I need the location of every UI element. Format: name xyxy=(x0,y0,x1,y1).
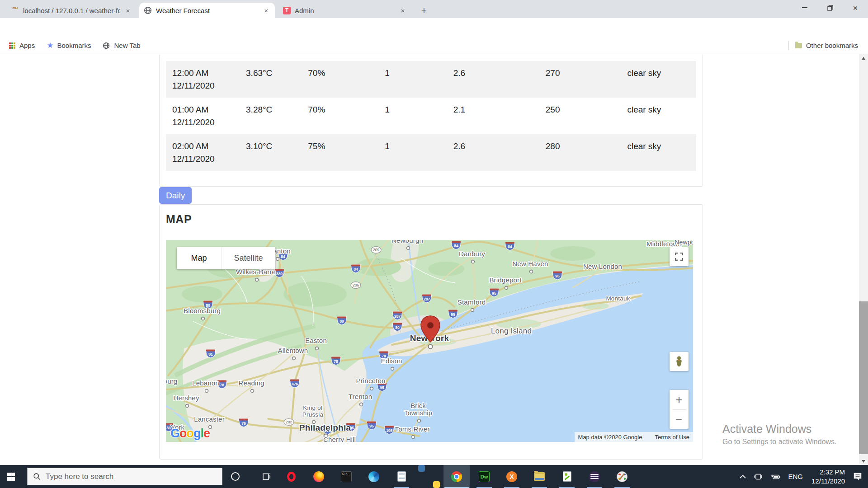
svg-text:287: 287 xyxy=(424,297,430,301)
tray-connect-icon[interactable] xyxy=(754,474,762,480)
svg-text:95: 95 xyxy=(451,312,455,317)
map-label-edison: Edison xyxy=(381,357,402,365)
folder-icon xyxy=(795,43,802,48)
eclipse-icon xyxy=(589,471,600,482)
taskbar-xampp[interactable]: X xyxy=(501,465,523,488)
table-row[interactable]: 02:00 AM12/11/2020 3.10°C 75% 1 2.6 280 … xyxy=(166,134,696,171)
taskbar-notepad[interactable] xyxy=(391,465,412,488)
map-label-newport: Newport xyxy=(675,240,693,246)
zoom-in-button[interactable]: + xyxy=(670,390,689,409)
svg-text:76: 76 xyxy=(241,421,246,426)
tray-date: 12/11/2020 xyxy=(811,477,845,486)
map-canvas: 8184380209848484206287287808080817878784… xyxy=(166,240,693,442)
map-label-lebanon: Lebanon xyxy=(192,379,219,387)
map-label-long-island: Long Island xyxy=(491,327,532,335)
map-attribution: Map data ©2020 Google Terms of Use xyxy=(575,432,693,442)
scroll-down-arrow[interactable] xyxy=(859,457,868,465)
tab-title: Weather Forecast xyxy=(156,7,259,14)
taskbar-edge[interactable] xyxy=(363,465,385,488)
google-logo[interactable]: Google xyxy=(170,427,210,441)
taskbar-firefox[interactable] xyxy=(308,465,330,488)
tab-phpmyadmin[interactable]: PMA localhost / 127.0.0.1 / weather-fo × xyxy=(7,3,137,18)
svg-text:380: 380 xyxy=(276,272,283,276)
firefox-icon xyxy=(313,471,324,482)
pegman-street-view-button[interactable] xyxy=(670,352,689,371)
taskbar: C:\_ Dw X ENG xyxy=(0,465,868,488)
taskbar-eclipse[interactable] xyxy=(584,465,605,488)
daily-button[interactable]: Daily xyxy=(159,187,192,204)
svg-text:195: 195 xyxy=(386,428,392,433)
taskbar-opera[interactable] xyxy=(280,465,302,488)
phpmyadmin-favicon-icon: PMA xyxy=(12,7,19,14)
bookmark-label: Apps xyxy=(19,42,35,49)
tab-close-icon[interactable]: × xyxy=(262,6,270,14)
tray-battery-icon[interactable] xyxy=(770,474,780,480)
route-shield-206: 206 xyxy=(351,282,361,289)
search-input[interactable] xyxy=(46,472,217,481)
action-center-icon[interactable] xyxy=(854,473,862,480)
scroll-up-arrow[interactable] xyxy=(859,54,868,62)
fullscreen-button[interactable] xyxy=(670,247,689,266)
activate-windows-watermark: Activate Windows Go to Settings to activ… xyxy=(722,422,837,446)
tray-chevron-up-icon[interactable] xyxy=(740,474,746,479)
start-button[interactable] xyxy=(0,465,22,488)
tab-admin[interactable]: T Admin × xyxy=(278,3,411,18)
google-map[interactable]: 8184380209848484206287287808080817878784… xyxy=(166,240,693,442)
taskbar-dreamweaver[interactable]: Dw xyxy=(473,465,495,488)
tab-close-icon[interactable]: × xyxy=(124,6,132,14)
map-label-philadelphia: Philadelphia xyxy=(299,423,351,432)
taskbar-paint[interactable] xyxy=(611,465,633,488)
new-tab-button[interactable]: + xyxy=(418,5,430,16)
page-scrollbar[interactable] xyxy=(859,54,868,465)
tray-time: 2:32 PM xyxy=(811,468,845,477)
tab-weather-forecast[interactable]: Weather Forecast × xyxy=(139,3,275,18)
map-type-map-button[interactable]: Map xyxy=(177,247,221,269)
close-button[interactable]: × xyxy=(843,0,868,15)
page-content: 12:00 AM12/11/2020 3.63°C 70% 1 2.6 270 … xyxy=(0,54,859,465)
map-label-stamford: Stamford xyxy=(458,298,486,306)
taskbar-cmd[interactable]: C:\_ xyxy=(335,465,357,488)
minimize-button[interactable] xyxy=(792,0,817,15)
bookmark-new-tab[interactable]: New Tab xyxy=(103,42,140,49)
tab-close-icon[interactable]: × xyxy=(399,6,407,14)
svg-text:84: 84 xyxy=(508,244,512,249)
bookmarks-bar: Apps ★ Bookmarks New Tab Other bookmarks xyxy=(0,37,868,54)
taskbar-python[interactable] xyxy=(418,465,440,488)
file-explorer-icon xyxy=(534,472,545,481)
map-label-king-of: King of xyxy=(303,404,322,411)
bookmark-bookmarks[interactable]: ★ Bookmarks xyxy=(47,41,91,50)
map-type-satellite-button[interactable]: Satellite xyxy=(221,247,275,269)
scrollbar-thumb[interactable] xyxy=(859,301,868,454)
task-view-button[interactable] xyxy=(255,465,277,488)
map-label-toms-river: Toms River xyxy=(395,425,429,433)
restore-button[interactable] xyxy=(817,0,843,15)
window-controls: × xyxy=(792,0,868,15)
svg-text:95: 95 xyxy=(380,385,384,390)
tray-language[interactable]: ENG xyxy=(788,473,803,480)
taskbar-file-explorer[interactable] xyxy=(528,465,550,488)
taskbar-search[interactable] xyxy=(27,468,222,485)
svg-text:202: 202 xyxy=(286,420,292,424)
tray-clock[interactable]: 2:32 PM 12/11/2020 xyxy=(811,468,845,485)
svg-text:95: 95 xyxy=(555,274,560,278)
other-bookmarks[interactable]: Other bookmarks xyxy=(795,42,858,49)
map-label-cherry-hill: Cherry Hill xyxy=(323,436,356,442)
windows-logo-icon xyxy=(7,473,15,480)
map-label-easton: Easton xyxy=(305,337,327,344)
taskbar-chrome-active[interactable] xyxy=(443,465,470,488)
bookmark-apps[interactable]: Apps xyxy=(9,42,35,49)
cortana-button[interactable] xyxy=(224,465,246,488)
notepad-icon xyxy=(397,471,406,482)
table-row[interactable]: 01:00 AM12/11/2020 3.28°C 70% 1 2.1 250 … xyxy=(166,98,696,134)
terms-of-use-link[interactable]: Terms of Use xyxy=(655,434,689,441)
divider xyxy=(788,41,789,50)
map-label-hershey: Hershey xyxy=(173,394,199,402)
map-label-new-london: New London xyxy=(583,263,622,270)
globe-icon xyxy=(103,42,110,49)
hourly-weather-card: 12:00 AM12/11/2020 3.63°C 70% 1 2.6 270 … xyxy=(159,55,703,187)
zoom-out-button[interactable]: − xyxy=(670,410,689,429)
map-label-bloomsburg: Bloomsburg xyxy=(184,307,221,314)
svg-text:81: 81 xyxy=(208,352,213,357)
taskbar-notepad-plus-plus[interactable] xyxy=(556,465,578,488)
table-row[interactable]: 12:00 AM12/11/2020 3.63°C 70% 1 2.6 270 … xyxy=(166,61,696,98)
